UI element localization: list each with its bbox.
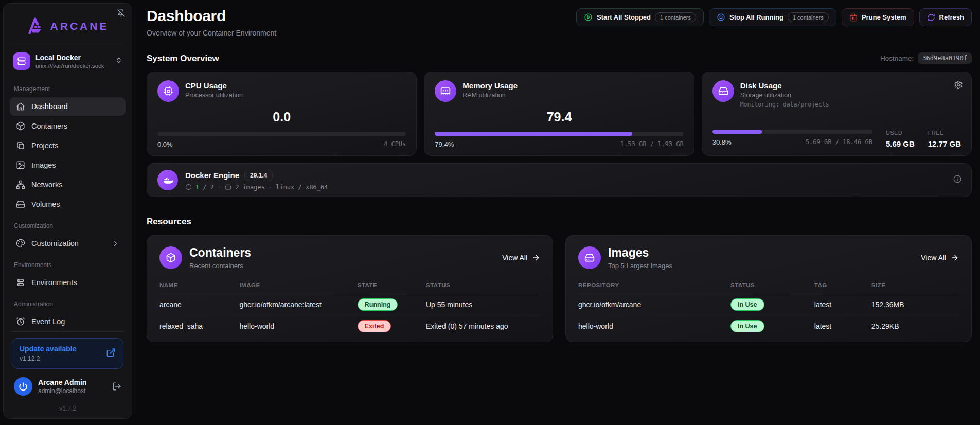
- drive-small-icon: [225, 184, 231, 190]
- stop-circle-icon: [717, 13, 725, 22]
- image-row[interactable]: ghcr.io/ofkm/arcane In Use latest 152.36…: [578, 294, 959, 315]
- update-title: Update available: [20, 345, 77, 353]
- update-available-card[interactable]: Update available v1.12.2: [12, 338, 123, 369]
- cpu-subtitle: Processor utilization: [185, 92, 243, 99]
- page-title: Dashboard: [147, 7, 276, 25]
- sidebar: ARCANE Local Docker unix:///var/run/dock…: [3, 3, 132, 419]
- update-version: v1.12.2: [20, 355, 77, 362]
- resources-heading: Resources: [147, 217, 972, 227]
- sidebar-item-images[interactable]: Images: [10, 156, 126, 174]
- docker-icon: [157, 170, 178, 190]
- memory-detail: 1.53 GB / 1.93 GB: [620, 140, 684, 148]
- state-badge-running: Running: [358, 298, 398, 311]
- sidebar-item-projects[interactable]: Projects: [10, 136, 126, 155]
- container-status: Exited (0) 57 minutes ago: [426, 322, 540, 330]
- containers-cube-icon: [159, 246, 182, 269]
- view-all-label: View All: [502, 254, 527, 262]
- container-status: Up 55 minutes: [426, 300, 540, 309]
- stop-count-badge: 1 containers: [788, 12, 829, 22]
- images-subtitle: Top 5 Largest Images: [608, 262, 672, 270]
- button-label: Stop All Running: [729, 13, 783, 21]
- state-badge-exited: Exited: [358, 320, 391, 332]
- network-icon: [16, 180, 25, 189]
- user-email: admin@localhost: [38, 387, 86, 395]
- stop-all-running-button[interactable]: Stop All Running 1 containers: [709, 8, 836, 26]
- image-row[interactable]: hello-world In Use latest 25.29KB: [578, 315, 959, 337]
- clock-icon: [16, 317, 25, 326]
- start-all-stopped-button[interactable]: Start All Stopped 1 containers: [576, 8, 704, 26]
- image-tag: latest: [814, 300, 871, 309]
- separator-dot: ·: [269, 184, 272, 191]
- container-row[interactable]: arcane ghcr.io/ofkm/arcane:latest Runnin…: [159, 294, 540, 315]
- disk-subtitle: Storage utilization: [740, 92, 829, 99]
- sidebar-item-containers[interactable]: Containers: [10, 117, 126, 135]
- cpu-icon: [157, 80, 179, 102]
- prune-system-button[interactable]: Prune System: [842, 8, 914, 26]
- container-name: arcane: [159, 300, 239, 309]
- environment-socket: unix:///var/run/docker.sock: [35, 63, 104, 69]
- arrow-right-icon: [951, 254, 959, 262]
- info-icon[interactable]: [953, 174, 962, 186]
- memory-icon: [435, 80, 456, 102]
- container-image: ghcr.io/ofkm/arcane:latest: [239, 300, 357, 309]
- header-actions: Start All Stopped 1 containers Stop All …: [576, 8, 972, 26]
- images-title: Images: [608, 246, 672, 260]
- separator-dot: ·: [218, 184, 221, 191]
- home-icon: [16, 102, 25, 111]
- hostname-label: Hostname:: [880, 55, 914, 62]
- col-header-status: STATUS: [426, 282, 540, 288]
- images-view-all-link[interactable]: View All: [921, 254, 959, 262]
- refresh-icon: [927, 13, 935, 22]
- arcane-logo-icon: [27, 17, 45, 36]
- avatar: [14, 377, 32, 396]
- container-row[interactable]: relaxed_saha hello-world Exited Exited (…: [159, 315, 540, 337]
- image-tag: latest: [814, 322, 871, 330]
- engine-images-count: 2 images: [235, 184, 265, 191]
- user-row[interactable]: Arcane Admin admin@localhost: [9, 369, 127, 399]
- cpu-detail: 4 CPUs: [384, 140, 406, 148]
- image-icon: [16, 161, 25, 170]
- status-badge-in-use: In Use: [730, 298, 764, 311]
- sidebar-item-customization[interactable]: Customization: [10, 234, 126, 253]
- environment-selector[interactable]: Local Docker unix:///var/run/docker.sock: [9, 45, 127, 77]
- sidebar-item-volumes[interactable]: Volumes: [10, 195, 126, 214]
- engine-version-badge: 29.1.4: [244, 170, 273, 181]
- trash-icon: [849, 13, 858, 22]
- disk-percent: 30.8%: [712, 138, 732, 146]
- status-badge-in-use: In Use: [730, 320, 764, 332]
- section-label-administration: Administration: [9, 292, 127, 312]
- memory-value: 79.4: [435, 102, 683, 132]
- sidebar-item-label: Volumes: [31, 200, 60, 208]
- containers-title: Containers: [189, 246, 251, 260]
- refresh-button[interactable]: Refresh: [919, 8, 972, 26]
- memory-subtitle: RAM utilization: [462, 92, 518, 99]
- cpu-progress-track: [157, 132, 406, 136]
- sidebar-item-environments[interactable]: Environments: [10, 273, 126, 292]
- brand[interactable]: ARCANE: [9, 10, 127, 45]
- logout-icon[interactable]: [112, 382, 121, 391]
- col-header-state: STATE: [358, 282, 426, 288]
- disk-free-value: 12.77 GB: [928, 139, 961, 148]
- engine-platform: linux / x86_64: [276, 184, 328, 191]
- container-name: relaxed_saha: [159, 322, 239, 330]
- arrow-right-icon: [532, 254, 540, 262]
- disk-used-label: USED: [886, 130, 915, 136]
- pin-off-icon[interactable]: [117, 9, 126, 20]
- containers-view-all-link[interactable]: View All: [502, 254, 540, 262]
- button-label: Start All Stopped: [597, 13, 651, 21]
- sidebar-item-event-log[interactable]: Event Log: [10, 312, 126, 331]
- sidebar-item-label: Containers: [31, 122, 67, 130]
- sidebar-item-dashboard[interactable]: Dashboard: [10, 97, 126, 116]
- play-circle-icon: [584, 13, 593, 22]
- sidebar-item-networks[interactable]: Networks: [10, 175, 126, 194]
- hard-drive-icon: [16, 200, 25, 209]
- image-size: 25.29KB: [871, 322, 959, 330]
- app-version: v1.7.2: [9, 399, 127, 412]
- user-name: Arcane Admin: [38, 378, 86, 386]
- gear-icon[interactable]: [954, 80, 963, 92]
- memory-progress-fill: [435, 132, 632, 136]
- external-link-icon: [106, 348, 116, 360]
- col-header-image: IMAGE: [239, 282, 357, 288]
- server-icon: [13, 52, 30, 70]
- disk-free-label: FREE: [928, 130, 961, 136]
